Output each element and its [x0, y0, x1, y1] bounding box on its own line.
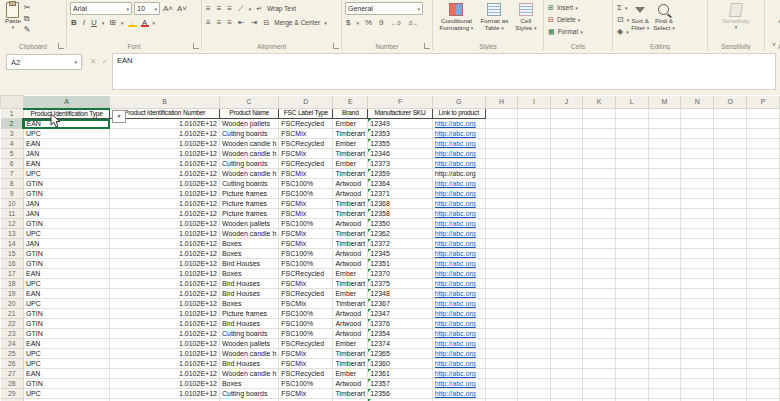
- cell-brand[interactable]: Artwood: [333, 379, 368, 389]
- cell-number[interactable]: 1.0102E+12: [110, 279, 220, 289]
- product-link[interactable]: http://abc.org: [435, 150, 476, 157]
- cell-empty[interactable]: [648, 359, 681, 369]
- number-format-select[interactable]: General▾: [345, 2, 423, 15]
- cell-type[interactable]: GTIN: [23, 179, 109, 189]
- product-link[interactable]: http://abc.org: [435, 310, 476, 317]
- product-link[interactable]: http://abc.org: [435, 210, 476, 217]
- cell-link[interactable]: http://abc.org: [432, 119, 485, 129]
- cell-empty[interactable]: [583, 339, 616, 349]
- cell-type[interactable]: GTIN: [23, 259, 109, 269]
- cell-empty[interactable]: [747, 349, 780, 359]
- cell-empty[interactable]: [615, 219, 648, 229]
- cell-empty[interactable]: [648, 169, 681, 179]
- cell-empty[interactable]: [681, 309, 714, 319]
- column-title-6[interactable]: Manufacturer SKU: [368, 109, 432, 119]
- cell-fsc-label[interactable]: FSCRecycled: [279, 119, 333, 129]
- cell-empty[interactable]: [550, 259, 583, 269]
- cell-empty[interactable]: [550, 119, 583, 129]
- column-header-M[interactable]: M: [648, 96, 681, 109]
- cell-empty[interactable]: [550, 169, 583, 179]
- cell-link[interactable]: http://abc.org: [432, 159, 485, 169]
- cell-product-name[interactable]: Cutting boards: [219, 389, 278, 399]
- cell-sku[interactable]: 12348: [368, 289, 432, 299]
- cell-empty[interactable]: [615, 149, 648, 159]
- cell-empty[interactable]: [714, 239, 747, 249]
- borders-dropdown-icon[interactable]: ▾: [121, 20, 124, 26]
- cell-empty[interactable]: [615, 259, 648, 269]
- cell-empty[interactable]: [518, 189, 550, 199]
- cell-product-name[interactable]: Wooden candle h: [219, 149, 278, 159]
- cell-sku[interactable]: 12356: [368, 389, 432, 399]
- product-link[interactable]: http://abc.org: [435, 120, 476, 127]
- cell-empty[interactable]: [550, 369, 583, 379]
- cell-empty[interactable]: [615, 339, 648, 349]
- cell-fsc-label[interactable]: FSCMix: [279, 389, 333, 399]
- column-header-J[interactable]: J: [550, 96, 583, 109]
- cell-empty[interactable]: [648, 219, 681, 229]
- cell-empty[interactable]: [714, 109, 747, 119]
- cell-brand[interactable]: Timberart: [333, 169, 368, 179]
- decrease-decimal-button[interactable]: .0→: [407, 18, 419, 28]
- cell-empty[interactable]: [518, 369, 550, 379]
- cell-fsc-label[interactable]: FSCMix: [279, 359, 333, 369]
- underline-dropdown-icon[interactable]: ▾: [102, 20, 105, 26]
- cell-empty[interactable]: [747, 309, 780, 319]
- cell-product-name[interactable]: Picture frames: [219, 309, 278, 319]
- cell-empty[interactable]: [518, 279, 550, 289]
- cell-empty[interactable]: [583, 159, 616, 169]
- cell-brand[interactable]: Timberart: [333, 299, 368, 309]
- cell-empty[interactable]: [747, 189, 780, 199]
- cell-product-name[interactable]: Cutting boards: [219, 129, 278, 139]
- cell-empty[interactable]: [485, 229, 518, 239]
- cell-sku[interactable]: 12345: [368, 249, 432, 259]
- cell-empty[interactable]: [518, 229, 550, 239]
- cell-product-name[interactable]: Cutting boards: [219, 329, 278, 339]
- cell-type[interactable]: EAN: [23, 339, 109, 349]
- cell-empty[interactable]: [485, 249, 518, 259]
- row-header-14[interactable]: 14: [1, 239, 24, 249]
- format-painter-button[interactable]: ✎: [23, 25, 32, 35]
- cell-product-name[interactable]: Wooden candle h: [219, 169, 278, 179]
- cell-empty[interactable]: [747, 239, 780, 249]
- cell-type[interactable]: JAN: [23, 209, 109, 219]
- cell-empty[interactable]: [583, 249, 616, 259]
- cell-empty[interactable]: [714, 149, 747, 159]
- clipboard-dialog-launcher[interactable]: [58, 43, 64, 49]
- cell-empty[interactable]: [648, 259, 681, 269]
- product-link[interactable]: http://abc.org: [435, 170, 476, 177]
- cell-empty[interactable]: [550, 109, 583, 119]
- decrease-indent-button[interactable]: ⇤: [237, 18, 246, 28]
- product-link[interactable]: http://abc.org: [435, 350, 476, 357]
- product-link[interactable]: http://abc.org: [435, 260, 476, 267]
- cell-empty[interactable]: [583, 119, 616, 129]
- cell-fsc-label[interactable]: FSC100%: [279, 309, 333, 319]
- cell-empty[interactable]: [714, 309, 747, 319]
- format-as-table-button[interactable]: Format as Table ▾: [478, 2, 510, 31]
- cell-empty[interactable]: [583, 199, 616, 209]
- cell-fsc-label[interactable]: FSC100%: [279, 249, 333, 259]
- cell-type[interactable]: GTIN: [23, 309, 109, 319]
- cell-brand[interactable]: Ember: [333, 159, 368, 169]
- cell-empty[interactable]: [485, 219, 518, 229]
- product-link[interactable]: http://abc.org: [435, 160, 476, 167]
- column-header-D[interactable]: D: [279, 96, 333, 109]
- comma-style-button[interactable]: 9: [378, 18, 384, 28]
- cell-link[interactable]: http://abc.org: [432, 229, 485, 239]
- insert-button[interactable]: Insert: [557, 4, 573, 11]
- cell-empty[interactable]: [583, 329, 616, 339]
- cell-sku[interactable]: 12351: [368, 259, 432, 269]
- cell-link[interactable]: http://abc.org: [432, 279, 485, 289]
- cell-empty[interactable]: [648, 279, 681, 289]
- cell-brand[interactable]: Timberart: [333, 149, 368, 159]
- alignment-dialog-launcher[interactable]: [333, 43, 339, 49]
- cell-empty[interactable]: [615, 229, 648, 239]
- cell-empty[interactable]: [747, 279, 780, 289]
- cell-empty[interactable]: [648, 119, 681, 129]
- formula-input[interactable]: EAN: [112, 53, 776, 90]
- cell-empty[interactable]: [681, 199, 714, 209]
- cell-sku[interactable]: 12368: [368, 199, 432, 209]
- cell-number[interactable]: 1.0102E+12: [110, 389, 220, 399]
- align-center-button[interactable]: ≡: [216, 18, 223, 28]
- cell-empty[interactable]: [550, 189, 583, 199]
- cell-fsc-label[interactable]: FSC100%: [279, 179, 333, 189]
